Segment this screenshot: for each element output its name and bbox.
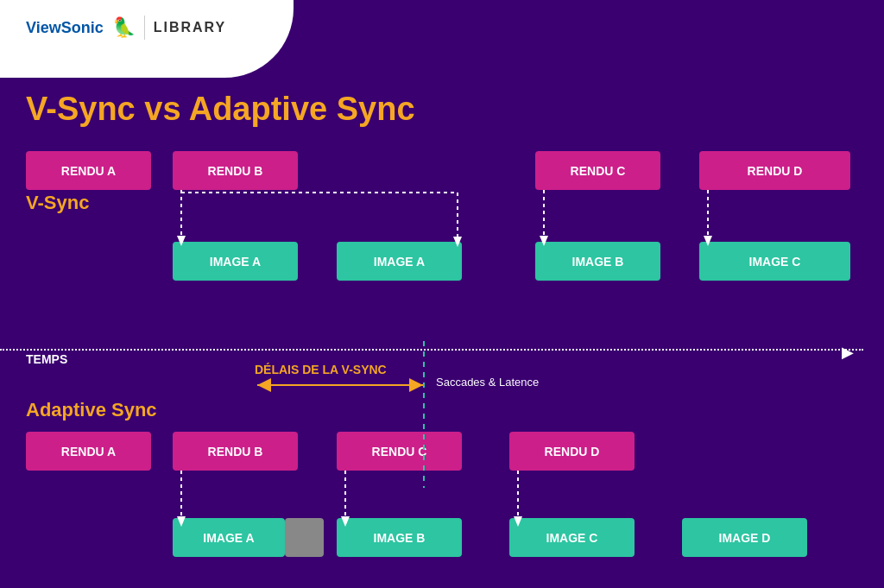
- saccades-label: Saccades & Latence: [436, 376, 539, 389]
- adaptive-rendu-a: RENDU A: [26, 432, 151, 471]
- page-title: V-Sync vs Adaptive Sync: [26, 91, 415, 128]
- adaptive-arrow-1: [173, 432, 311, 531]
- temps-arrow: ▶: [842, 343, 854, 362]
- temps-label: TEMPS: [26, 352, 67, 366]
- svg-marker-4: [453, 237, 462, 247]
- vsync-rendu-a: RENDU A: [26, 151, 151, 190]
- vsync-section-label: V-Sync: [26, 192, 89, 214]
- vsync-arrow-2: [173, 188, 466, 257]
- temps-timeline: [0, 349, 863, 351]
- adaptive-arrow-2: [337, 432, 475, 531]
- svg-marker-8: [704, 236, 712, 246]
- viewsonic-logo: ViewSonic: [26, 19, 104, 37]
- delais-label: DÉLAIS DE LA V-SYNC: [255, 363, 387, 376]
- svg-marker-13: [177, 516, 186, 527]
- svg-marker-6: [540, 236, 548, 246]
- adaptive-image-d: IMAGE D: [682, 518, 807, 557]
- svg-marker-15: [341, 516, 350, 527]
- vsync-arrow-3: [535, 151, 673, 250]
- adaptive-arrow-3: [509, 432, 647, 531]
- adaptive-section-label: Adaptive Sync: [26, 399, 157, 421]
- logo-divider: [144, 16, 145, 40]
- svg-marker-17: [514, 516, 522, 527]
- vsync-arrow-4: [699, 151, 863, 250]
- logo-area: ViewSonic 🦜 LIBRARY: [26, 16, 226, 40]
- bird-icon: 🦜: [112, 16, 136, 39]
- delais-arrow: [250, 376, 432, 394]
- library-label: LIBRARY: [154, 20, 227, 35]
